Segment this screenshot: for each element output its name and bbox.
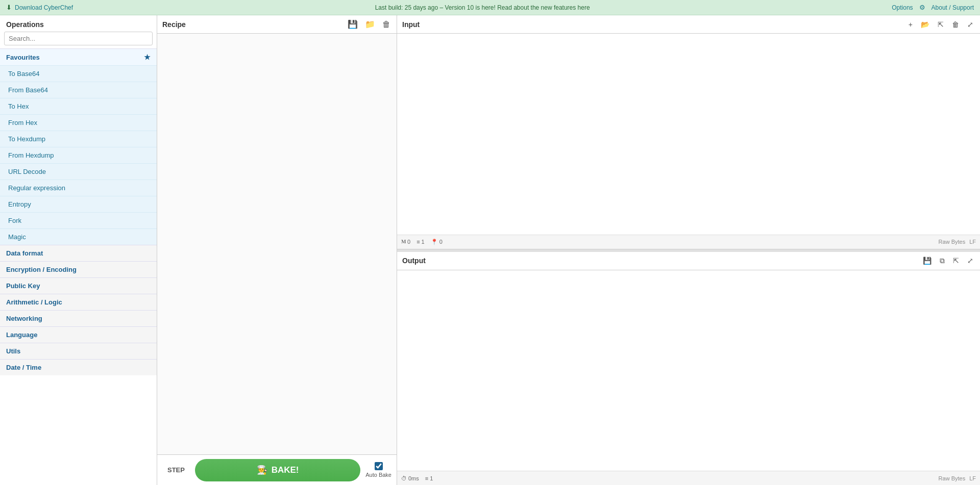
list-item[interactable]: From Base64 xyxy=(0,82,157,98)
output-statusbar-right: Raw Bytes LF xyxy=(939,475,976,481)
input-textarea[interactable] xyxy=(397,34,980,235)
output-toolbar: 💾 ⧉ ⇱ ⤢ xyxy=(921,256,975,266)
input-lf-label: LF xyxy=(969,239,976,245)
auto-bake-label: Auto Bake xyxy=(365,472,391,478)
input-position: 📍 0 xyxy=(431,239,443,245)
main-layout: Operations Favourites ★ To Base64 From B… xyxy=(0,15,980,485)
input-popup-button[interactable]: ⇱ xyxy=(936,20,945,29)
data-format-category[interactable]: Data format xyxy=(0,245,157,261)
output-line-count: ≡ 1 xyxy=(425,475,433,481)
step-button[interactable]: STEP xyxy=(162,463,190,477)
output-save-button[interactable]: 💾 xyxy=(921,256,933,265)
input-toolbar: + 📂 ⇱ 🗑 ⤢ xyxy=(907,20,975,29)
list-item[interactable]: From Hex xyxy=(0,114,157,131)
position-icon: 📍 xyxy=(431,239,438,245)
output-statusbar: ⏱ 0ms ≡ 1 Raw Bytes LF xyxy=(397,471,980,485)
list-item[interactable]: Fork xyxy=(0,212,157,228)
auto-bake-container: Auto Bake xyxy=(365,462,391,478)
favourites-label: Favourites xyxy=(6,54,40,61)
recipe-title: Recipe xyxy=(162,20,186,29)
topbar: ⬇ Download CyberChef Last build: 25 days… xyxy=(0,0,980,15)
recipe-header: Recipe 💾 📁 🗑 xyxy=(157,15,397,34)
input-clear-button[interactable]: 🗑 xyxy=(950,20,961,29)
list-item[interactable]: Regular expression xyxy=(0,180,157,196)
input-open-button[interactable]: 📂 xyxy=(919,20,931,29)
public-key-category[interactable]: Public Key xyxy=(0,277,157,294)
sidebar: Operations Favourites ★ To Base64 From B… xyxy=(0,15,157,485)
input-expand-button[interactable]: ⤢ xyxy=(966,20,975,29)
bake-button[interactable]: 👨‍🍳 BAKE! xyxy=(195,459,360,481)
input-line-count: ≡ 1 xyxy=(416,239,425,245)
encryption-encoding-category[interactable]: Encryption / Encoding xyxy=(0,261,157,277)
input-rawbytes-label: Raw Bytes xyxy=(939,239,966,245)
auto-bake-checkbox[interactable] xyxy=(375,462,383,470)
input-position-value: 0 xyxy=(439,239,443,245)
output-lines-icon: ≡ xyxy=(425,475,428,481)
output-ms-value: 0ms xyxy=(408,475,419,481)
io-panel: Input + 📂 ⇱ 🗑 ⤢ 𝐌 0 ≡ 1 xyxy=(397,15,980,485)
output-lines-value: 1 xyxy=(430,475,433,481)
star-icon: ★ xyxy=(144,53,151,61)
list-item[interactable]: Entropy xyxy=(0,196,157,212)
input-lines-value: 1 xyxy=(422,239,425,245)
output-copy-button[interactable]: ⧉ xyxy=(938,256,946,266)
options-link[interactable]: Options xyxy=(892,4,913,11)
topbar-left: ⬇ Download CyberChef xyxy=(6,4,73,11)
clear-recipe-button[interactable]: 🗑 xyxy=(381,19,391,30)
output-section: Output 💾 ⧉ ⇱ ⤢ ⏱ 0ms ≡ 1 xyxy=(397,252,980,486)
output-title: Output xyxy=(402,257,426,265)
output-ms: ⏱ 0ms xyxy=(401,475,419,481)
save-recipe-button[interactable]: 💾 xyxy=(347,18,359,30)
input-statusbar: 𝐌 0 ≡ 1 📍 0 Raw Bytes LF xyxy=(397,235,980,249)
input-char-count: 𝐌 0 xyxy=(401,239,410,245)
input-section: Input + 📂 ⇱ 🗑 ⤢ 𝐌 0 ≡ 1 xyxy=(397,15,980,249)
recipe-panel: Recipe 💾 📁 🗑 STEP 👨‍🍳 BAKE! Auto Bake xyxy=(157,15,397,485)
chef-icon: 👨‍🍳 xyxy=(257,465,267,475)
list-item[interactable]: Magic xyxy=(0,228,157,245)
list-item[interactable]: To Hex xyxy=(0,98,157,114)
input-title: Input xyxy=(402,20,420,29)
input-header: Input + 📂 ⇱ 🗑 ⤢ xyxy=(397,15,980,34)
output-header: Output 💾 ⧉ ⇱ ⤢ xyxy=(397,252,980,270)
topbar-right: Options ⚙ About / Support xyxy=(892,4,974,11)
date-time-category[interactable]: Date / Time xyxy=(0,359,157,375)
list-item[interactable]: From Hexdump xyxy=(0,147,157,163)
output-rawbytes-label: Raw Bytes xyxy=(939,475,966,481)
clock-icon: ⏱ xyxy=(401,475,407,481)
utils-category[interactable]: Utils xyxy=(0,343,157,359)
about-support-link[interactable]: About / Support xyxy=(932,4,974,11)
favourites-category-header[interactable]: Favourites ★ xyxy=(0,48,157,65)
arithmetic-logic-category[interactable]: Arithmetic / Logic xyxy=(0,294,157,310)
download-cyberchef-link[interactable]: Download CyberChef xyxy=(15,4,73,11)
input-chars-value: 0 xyxy=(407,239,410,245)
bake-label: BAKE! xyxy=(272,465,299,475)
input-statusbar-right: Raw Bytes LF xyxy=(939,239,976,245)
output-expand-button[interactable]: ⤢ xyxy=(966,256,975,265)
output-lf-label: LF xyxy=(969,475,976,481)
download-icon: ⬇ xyxy=(6,4,12,11)
open-recipe-button[interactable]: 📁 xyxy=(364,18,376,30)
operations-list: Favourites ★ To Base64 From Base64 To He… xyxy=(0,48,157,485)
recipe-toolbar: 💾 📁 🗑 xyxy=(347,18,391,30)
list-item[interactable]: To Base64 xyxy=(0,65,157,82)
chars-icon: 𝐌 xyxy=(401,239,406,245)
language-category[interactable]: Language xyxy=(0,326,157,343)
output-popup-button[interactable]: ⇱ xyxy=(951,256,961,265)
recipe-footer: STEP 👨‍🍳 BAKE! Auto Bake xyxy=(157,454,397,485)
operations-header: Operations xyxy=(0,15,157,32)
list-item[interactable]: URL Decode xyxy=(0,163,157,180)
networking-category[interactable]: Networking xyxy=(0,310,157,326)
output-textarea[interactable] xyxy=(397,270,980,471)
lines-icon: ≡ xyxy=(416,239,420,245)
gear-icon: ⚙ xyxy=(919,4,925,11)
build-info: Last build: 25 days ago – Version 10 is … xyxy=(375,4,590,11)
list-item[interactable]: To Hexdump xyxy=(0,131,157,147)
recipe-body xyxy=(157,34,397,454)
input-add-button[interactable]: + xyxy=(907,20,914,29)
search-input[interactable] xyxy=(4,32,153,45)
